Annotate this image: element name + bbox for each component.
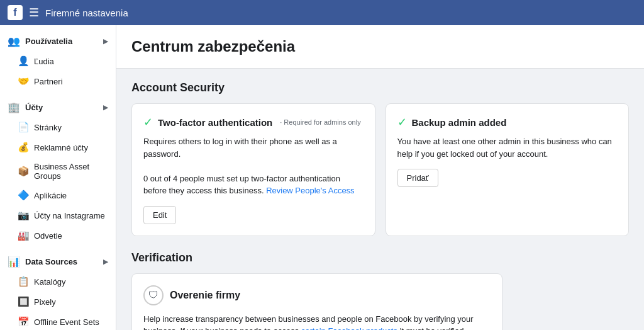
ucty-icon: 🏢 (8, 101, 20, 113)
page-title: Centrum zabezpečenia (116, 25, 644, 69)
sidebar-item-stranky[interactable]: 📄 Stránky (0, 117, 116, 137)
backup-admin-check-icon: ✓ (397, 115, 407, 129)
verification-section-title: Verification (131, 251, 629, 265)
sidebar-section-header-ucty[interactable]: 🏢 Účty ▶ (0, 98, 116, 117)
shield-icon: 🛡 (143, 285, 164, 305)
reklamne-ucty-icon: 💰 (18, 142, 29, 153)
verification-card-header: 🛡 Overenie firmy (143, 285, 491, 305)
chevron-pouzivatelia: ▶ (103, 38, 108, 45)
katalogy-icon: 📋 (18, 276, 29, 287)
sidebar-item-partneri[interactable]: 🤝 Partneri (0, 71, 116, 91)
backup-admin-card: ✓ Backup admin added You have at least o… (386, 103, 630, 236)
backup-admin-pridat-button[interactable]: Pridať (397, 169, 438, 187)
layout: 👥 Používatelia ▶ 👤 Ľudia 🤝 Partneri 🏢 Úč… (0, 25, 644, 330)
sidebar-section-pouzivatelia: 👥 Používatelia ▶ 👤 Ľudia 🤝 Partneri (0, 25, 116, 91)
offline-event-sets-icon: 📅 (18, 316, 29, 327)
backup-admin-card-body: You have at least one other admin in thi… (397, 135, 618, 160)
two-factor-card: ✓ Two-factor authentication · Required f… (131, 103, 375, 236)
ludia-icon: 👤 (18, 55, 29, 67)
sidebar-section-label-data-sources: Data Sources (25, 257, 77, 266)
verification-card-body: Help increase transparency between busin… (143, 313, 491, 331)
security-cards-row: ✓ Two-factor authentication · Required f… (131, 103, 629, 236)
sidebar-section-label-ucty: Účty (25, 103, 43, 112)
two-factor-card-header: ✓ Two-factor authentication · Required f… (143, 115, 364, 129)
sidebar-item-aplikacie[interactable]: 🔷 Aplikácie (0, 185, 116, 205)
sidebar-section-label-pouzivatelia: Používatelia (25, 37, 72, 46)
sidebar-item-business-asset-groups[interactable]: 📦 Business Asset Groups (0, 157, 116, 185)
sidebar-section-header-pouzivatelia[interactable]: 👥 Používatelia ▶ (0, 31, 116, 51)
topbar: f ☰ Firemné nastavenia (0, 0, 644, 25)
business-asset-groups-icon: 📦 (18, 166, 29, 177)
sidebar-item-katalogy[interactable]: 📋 Katalógy (0, 271, 116, 292)
partneri-icon: 🤝 (18, 76, 29, 87)
data-sources-icon: 📊 (8, 256, 20, 268)
instagram-icon: 📷 (18, 210, 29, 221)
pouzivatelia-icon: 👥 (8, 35, 20, 47)
sidebar-item-odvetie[interactable]: 🏭 Odvetie (0, 225, 116, 246)
sidebar-item-offline-event-sets[interactable]: 📅 Offline Event Sets (0, 312, 116, 330)
stranky-icon: 📄 (18, 122, 29, 133)
odvetie-icon: 🏭 (18, 230, 29, 241)
two-factor-card-body: Requires others to log in with their pho… (143, 135, 364, 197)
two-factor-check-icon: ✓ (143, 115, 153, 129)
review-peoples-access-link[interactable]: Review People's Access (266, 186, 355, 195)
app-title: Firemné nastavenia (45, 8, 128, 18)
chevron-data-sources: ▶ (103, 258, 108, 265)
sidebar-item-ludia[interactable]: 👤 Ľudia (0, 51, 116, 71)
sidebar-item-reklamne-ucty[interactable]: 💰 Reklamné účty (0, 137, 116, 157)
certain-facebook-products-link[interactable]: certain Facebook products (301, 326, 397, 330)
sidebar-section-data-sources: 📊 Data Sources ▶ 📋 Katalógy 🔲 Pixely 📅 O… (0, 246, 116, 330)
account-security-section-title: Account Security (131, 81, 629, 94)
sidebar-section-header-data-sources[interactable]: 📊 Data Sources ▶ (0, 252, 116, 271)
sidebar-item-ucty-na-instagrame[interactable]: 📷 Účty na Instagrame (0, 205, 116, 225)
aplikacie-icon: 🔷 (18, 190, 29, 201)
backup-admin-card-header: ✓ Backup admin added (397, 115, 618, 129)
two-factor-card-title: Two-factor authentication (158, 117, 272, 128)
two-factor-badge: · Required for admins only (280, 118, 360, 126)
two-factor-edit-button[interactable]: Edit (143, 206, 176, 224)
verification-card-title: Overenie firmy (170, 290, 240, 301)
pixely-icon: 🔲 (18, 296, 29, 307)
backup-admin-card-title: Backup admin added (412, 117, 507, 128)
sidebar-section-ucty: 🏢 Účty ▶ 📄 Stránky 💰 Reklamné účty 📦 Bus… (0, 91, 116, 246)
sidebar: 👥 Používatelia ▶ 👤 Ľudia 🤝 Partneri 🏢 Úč… (0, 25, 116, 330)
sidebar-item-pixely[interactable]: 🔲 Pixely (0, 292, 116, 312)
chevron-ucty: ▶ (103, 104, 108, 111)
main-content: Centrum zabezpečenia Account Security ✓ … (116, 25, 644, 330)
hamburger-icon[interactable]: ☰ (29, 6, 39, 20)
verification-card: 🛡 Overenie firmy Help increase transpare… (131, 273, 502, 331)
facebook-logo: f (8, 5, 23, 20)
